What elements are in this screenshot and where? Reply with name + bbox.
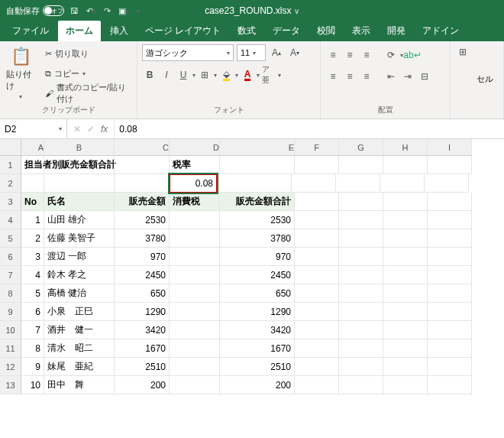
col-header[interactable]: A xyxy=(21,139,44,156)
cell[interactable]: 田中 舞 xyxy=(44,376,115,394)
cell[interactable]: 5 xyxy=(21,284,44,303)
cell[interactable] xyxy=(220,156,295,174)
cell[interactable]: 2530 xyxy=(220,211,295,229)
cell[interactable] xyxy=(383,339,428,358)
row-header[interactable]: 13 xyxy=(0,376,21,394)
cancel-icon[interactable]: ✕ xyxy=(73,124,81,135)
cell[interactable] xyxy=(339,211,383,229)
name-box[interactable]: D2▾ xyxy=(0,119,67,138)
cell[interactable] xyxy=(170,358,220,376)
cell[interactable]: 1670 xyxy=(115,339,170,358)
cell[interactable] xyxy=(295,248,339,266)
decrease-indent-icon[interactable]: ⇤ xyxy=(383,69,399,84)
cell[interactable]: 販売金額 xyxy=(115,193,170,211)
cell[interactable] xyxy=(383,266,428,284)
cell-tax-rate[interactable]: 0.08 xyxy=(168,173,218,194)
cell[interactable] xyxy=(21,174,44,193)
cell[interactable] xyxy=(170,211,220,229)
cell[interactable] xyxy=(44,174,115,193)
cell[interactable]: 酒井 健一 xyxy=(44,321,115,339)
italic-button[interactable]: I xyxy=(159,67,174,83)
cell[interactable] xyxy=(428,358,472,376)
cell[interactable] xyxy=(339,303,383,321)
cell[interactable] xyxy=(339,248,383,266)
cell[interactable]: 1670 xyxy=(220,339,295,358)
cell[interactable]: 2450 xyxy=(115,266,170,284)
cell[interactable] xyxy=(295,284,339,303)
qat-customize-icon[interactable]: ▾ xyxy=(137,8,140,15)
cell[interactable] xyxy=(295,321,339,339)
cell[interactable] xyxy=(428,376,472,394)
tab-insert[interactable]: 挿入 xyxy=(102,21,136,41)
cell[interactable]: 山田 雄介 xyxy=(44,211,115,229)
cell[interactable] xyxy=(380,174,425,193)
row-header[interactable]: 8 xyxy=(0,284,21,303)
cell[interactable] xyxy=(383,358,428,376)
bold-button[interactable]: B xyxy=(142,67,157,83)
font-color-icon[interactable]: A xyxy=(240,67,255,83)
cell[interactable]: 2510 xyxy=(220,358,295,376)
cell[interactable]: 消費税 xyxy=(170,193,220,211)
cell[interactable]: 渡辺 一郎 xyxy=(44,248,115,266)
enter-icon[interactable]: ✓ xyxy=(87,124,95,135)
cell[interactable] xyxy=(170,303,220,321)
cell[interactable]: 2450 xyxy=(220,266,295,284)
fill-color-icon[interactable]: ⬙ xyxy=(218,67,234,83)
col-header[interactable]: C xyxy=(115,139,170,156)
fx-icon[interactable]: fx xyxy=(101,124,108,135)
cell[interactable]: 1290 xyxy=(115,303,170,321)
cell[interactable]: 200 xyxy=(115,376,170,394)
cell[interactable] xyxy=(115,174,170,193)
align-middle-icon[interactable]: ≡ xyxy=(342,47,357,63)
row-header[interactable]: 4 xyxy=(0,211,21,229)
tab-view[interactable]: 表示 xyxy=(344,21,378,41)
select-all-corner[interactable] xyxy=(0,139,21,156)
cell[interactable] xyxy=(295,193,339,211)
cell[interactable] xyxy=(295,156,339,174)
cut-button[interactable]: ✂切り取り xyxy=(44,44,132,63)
cell[interactable] xyxy=(428,211,472,229)
cell[interactable] xyxy=(339,266,383,284)
increase-indent-icon[interactable]: ⇥ xyxy=(400,69,415,84)
underline-button[interactable]: U xyxy=(176,67,191,83)
tab-page-layout[interactable]: ページ レイアウト xyxy=(137,21,228,41)
cell[interactable]: 8 xyxy=(21,339,44,358)
row-header[interactable]: 9 xyxy=(0,303,21,321)
cell[interactable] xyxy=(170,248,220,266)
cell[interactable]: 4 xyxy=(21,266,44,284)
col-header[interactable]: H xyxy=(383,139,428,156)
cell[interactable] xyxy=(339,376,383,394)
cell[interactable]: 1 xyxy=(21,211,44,229)
cell[interactable]: 小泉 正巳 xyxy=(44,303,115,321)
cell[interactable]: 担当者別販売金額合計 xyxy=(21,156,44,174)
cell[interactable] xyxy=(339,358,383,376)
align-right-icon[interactable]: ≡ xyxy=(359,69,374,84)
tab-developer[interactable]: 開発 xyxy=(380,21,413,41)
cell[interactable] xyxy=(383,211,428,229)
cell[interactable] xyxy=(170,266,220,284)
cell[interactable]: 鈴木 孝之 xyxy=(44,266,115,284)
cell[interactable] xyxy=(425,174,469,193)
cell[interactable] xyxy=(428,339,472,358)
cell[interactable] xyxy=(295,211,339,229)
col-header[interactable]: E xyxy=(220,139,295,156)
tab-home[interactable]: ホーム xyxy=(58,21,101,41)
cell[interactable] xyxy=(383,248,428,266)
cell[interactable] xyxy=(383,193,428,211)
autosave-toggle[interactable]: 自動保存 オフ xyxy=(6,5,64,17)
row-header[interactable]: 6 xyxy=(0,248,21,266)
cell[interactable] xyxy=(339,156,383,174)
cell[interactable] xyxy=(170,376,220,394)
format-painter-button[interactable]: 🖌書式のコピー/貼り付け xyxy=(44,84,132,102)
cell[interactable] xyxy=(295,376,339,394)
tab-file[interactable]: ファイル xyxy=(5,21,57,41)
cell[interactable]: 650 xyxy=(115,284,170,303)
font-name-combo[interactable]: 游ゴシック▾ xyxy=(142,44,234,61)
border-icon[interactable]: ⊞ xyxy=(197,67,212,83)
row-header[interactable]: 7 xyxy=(0,266,21,284)
cell[interactable] xyxy=(383,321,428,339)
cell[interactable] xyxy=(295,229,339,248)
cell[interactable]: 佐藤 美智子 xyxy=(44,229,115,248)
cell[interactable]: 3 xyxy=(21,248,44,266)
cell[interactable] xyxy=(428,321,472,339)
